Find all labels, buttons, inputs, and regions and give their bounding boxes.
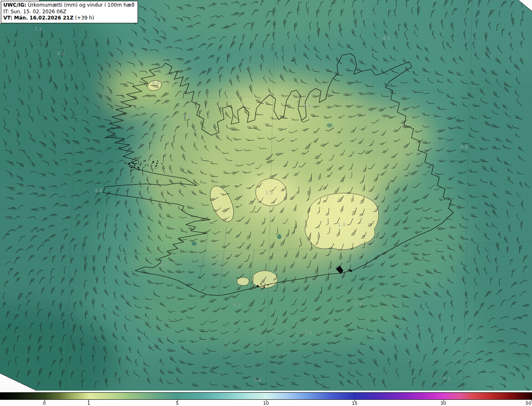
colorbar-tick-label: 0 — [43, 401, 46, 406]
skerry-dot — [131, 162, 132, 163]
skerry-dot — [145, 165, 146, 166]
eyjafjallajokull-outline — [237, 277, 249, 286]
skerry-dot — [138, 169, 140, 170]
skerry-dot — [134, 165, 135, 166]
skerry-dot — [156, 163, 158, 164]
skerry-dot — [133, 161, 133, 162]
colorbar-gradient — [0, 392, 532, 400]
colorbar-tick-label: 10 — [263, 401, 269, 406]
skerry-dot — [133, 163, 134, 164]
product-title-line: UWC/IG: Úrkomumætti (mm) og vindur í 100… — [3, 2, 135, 9]
title-box: UWC/IG: Úrkomumætti (mm) og vindur í 100… — [1, 1, 138, 23]
skerry-dot — [135, 163, 137, 164]
skerry-dot — [141, 162, 142, 163]
skerry-dot — [156, 168, 157, 169]
model-name: UWC/IG: — [3, 2, 26, 8]
colorbar: 01510153050 — [0, 391, 532, 406]
colorbar-tick-label: 1 — [87, 401, 90, 406]
skerry-dot — [155, 166, 156, 167]
colorbar-tick-label: 15 — [352, 401, 357, 406]
skerry-dot — [131, 167, 133, 169]
skerry-dot — [139, 166, 140, 166]
skerry-dot — [156, 165, 157, 166]
map-canvas: 7.15.24.04.52.36.26.63.91.51.33.25.35.53… — [0, 0, 532, 391]
colorbar-tick-label: 30 — [441, 401, 446, 406]
colorbar-tick — [532, 400, 532, 401]
valid-time: VT: Mán. 16.02.2026 21Z — [3, 15, 74, 21]
skerry-dot — [138, 167, 138, 167]
skerry-dot — [155, 168, 156, 169]
skerry-dot — [158, 167, 159, 167]
colorbar-tick-label: 50 — [526, 401, 532, 406]
skerry-dot — [147, 164, 148, 165]
product-title: Úrkomumætti (mm) og vindur í 100m hæð — [26, 2, 134, 8]
skerry-dot — [157, 161, 158, 162]
precipitation-wind-map — [0, 0, 532, 391]
colorbar-tick-label: 5 — [176, 401, 179, 406]
forecast-lead: (+39 h) — [74, 15, 94, 21]
skerry-dot — [125, 162, 126, 164]
skerry-dot — [153, 161, 154, 162]
vatnajokull-outline — [305, 193, 379, 249]
skerry-dot — [162, 164, 163, 164]
skerry-dot — [134, 166, 135, 168]
skerry-dot — [137, 169, 138, 170]
skerry-dot — [148, 165, 149, 166]
weather-map-frame: 7.15.24.04.52.36.26.63.91.51.33.25.35.53… — [0, 0, 532, 406]
skerry-dot — [140, 164, 141, 165]
skerry-dot — [163, 164, 163, 164]
valid-time-line: VT: Mán. 16.02.2026 21Z (+39 h) — [3, 15, 135, 22]
hofsjokull-outline — [256, 179, 286, 206]
skerry-dot — [129, 163, 131, 164]
skerry-dot — [144, 161, 145, 162]
skerry-dot — [129, 166, 131, 168]
skerry-dot — [139, 164, 140, 164]
skerry-dot — [134, 163, 135, 164]
skerry-dot — [145, 160, 146, 161]
init-time: IT: Sun. 15. 02. 2026 06Z — [3, 9, 135, 15]
skerry-dot — [134, 169, 135, 170]
